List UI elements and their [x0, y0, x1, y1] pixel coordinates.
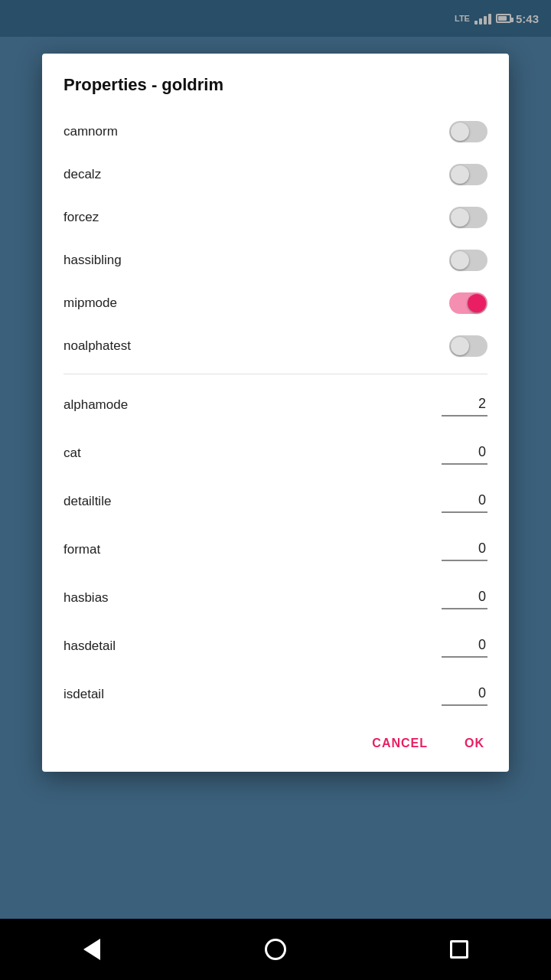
- input-cat[interactable]: [442, 441, 487, 465]
- properties-dialog: Properties - goldrim camnorm decalz forc…: [42, 54, 509, 772]
- input-row-format: format: [64, 525, 487, 573]
- ok-button[interactable]: OK: [455, 730, 494, 756]
- input-row-detailtile: detailtile: [64, 477, 487, 525]
- input-row-isdetail: isdetail: [64, 670, 487, 718]
- input-hasbias[interactable]: [442, 586, 487, 609]
- dialog-actions: CANCEL OK: [42, 718, 509, 772]
- toggle-camnorm[interactable]: [449, 121, 487, 142]
- toggle-label-camnorm: camnorm: [64, 124, 118, 139]
- input-hasdetail[interactable]: [442, 634, 487, 658]
- toggle-row-mipmode: mipmode: [64, 282, 487, 325]
- toggle-label-decalz: decalz: [64, 167, 101, 182]
- input-row-cat: cat: [64, 429, 487, 477]
- toggle-row-camnorm: camnorm: [64, 110, 487, 153]
- toggle-label-hassibling: hassibling: [64, 253, 122, 268]
- input-label-isdetail: isdetail: [64, 687, 104, 702]
- home-icon: [265, 939, 286, 960]
- toggle-noalphatest[interactable]: [449, 335, 487, 357]
- recents-icon: [450, 940, 468, 959]
- input-label-alphamode: alphamode: [64, 397, 128, 413]
- recents-button[interactable]: [445, 936, 473, 963]
- input-label-hasdetail: hasdetail: [64, 639, 116, 654]
- nav-bar: [0, 919, 551, 980]
- input-alphamode[interactable]: [442, 393, 487, 416]
- input-label-detailtile: detailtile: [64, 494, 111, 509]
- toggle-row-hassibling: hassibling: [64, 239, 487, 282]
- input-isdetail[interactable]: [442, 682, 487, 706]
- back-icon: [83, 939, 100, 960]
- toggle-label-noalphatest: noalphatest: [64, 338, 131, 354]
- input-row-hasdetail: hasdetail: [64, 622, 487, 670]
- toggle-row-forcez: forcez: [64, 196, 487, 239]
- home-button[interactable]: [262, 936, 289, 963]
- section-divider: [64, 374, 487, 374]
- input-label-hasbias: hasbias: [64, 590, 109, 606]
- input-label-cat: cat: [64, 446, 81, 461]
- toggle-mipmode[interactable]: [449, 292, 487, 314]
- back-button[interactable]: [78, 936, 106, 963]
- input-detailtile[interactable]: [442, 489, 487, 513]
- dialog-title: Properties - goldrim: [42, 54, 509, 110]
- input-row-alphamode: alphamode: [64, 381, 487, 429]
- toggle-hassibling[interactable]: [449, 250, 487, 271]
- toggle-row-decalz: decalz: [64, 153, 487, 196]
- input-format[interactable]: [442, 537, 487, 561]
- toggle-label-forcez: forcez: [64, 210, 99, 225]
- toggle-row-noalphatest: noalphatest: [64, 325, 487, 368]
- input-row-hasbias: hasbias: [64, 573, 487, 622]
- dialog-body: camnorm decalz forcez hassibling mipmode…: [42, 110, 509, 718]
- input-label-format: format: [64, 542, 100, 557]
- cancel-button[interactable]: CANCEL: [363, 730, 437, 756]
- toggle-decalz[interactable]: [449, 164, 487, 185]
- toggle-forcez[interactable]: [449, 207, 487, 228]
- toggle-label-mipmode: mipmode: [64, 296, 117, 311]
